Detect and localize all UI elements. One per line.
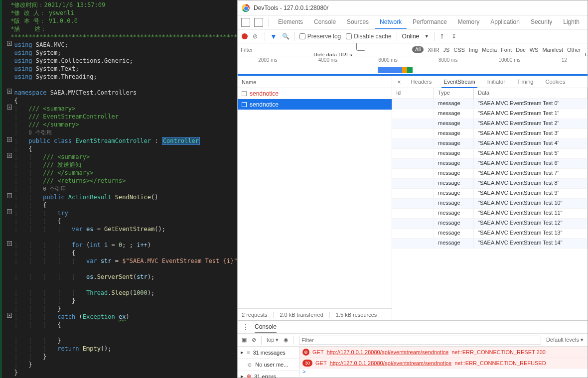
log-level-select[interactable]: Default levels ▾: [546, 337, 584, 343]
request-row[interactable]: sendnotice: [238, 99, 392, 110]
tab-elements[interactable]: Elements: [273, 15, 308, 29]
kebab-icon[interactable]: ⋮: [242, 322, 250, 332]
sidebar-toggle-icon[interactable]: ▣: [242, 337, 247, 343]
eventstream-row[interactable]: message"SAEA.MVC EventStream Test 10": [392, 199, 588, 209]
eventstream-row[interactable]: message"SAEA.MVC EventStream Test 1": [392, 109, 588, 119]
tab-sources[interactable]: Sources: [342, 15, 374, 29]
comment-line: *修 改 人： yswenli: [0, 9, 237, 17]
chevron-down-icon[interactable]: ▼: [424, 33, 429, 39]
inspect-icon[interactable]: [241, 18, 250, 27]
reference-count: 0 个引用: [28, 129, 51, 136]
console-messages: ⊗GET http://127.0.0.1:28080/api/eventstr…: [299, 347, 588, 378]
fold-icon[interactable]: -: [7, 89, 12, 94]
reference-count: 0 个引用: [43, 186, 66, 192]
hide-data-urls-checkbox[interactable]: Hide data URLs: [313, 43, 408, 56]
clear-console-icon[interactable]: ⊘: [252, 337, 256, 343]
filter-type[interactable]: Font: [501, 47, 512, 53]
network-timeline[interactable]: 2000 ms 4000 ms 6000 ms 8000 ms 10000 ms…: [238, 56, 588, 76]
tab-application[interactable]: Application: [485, 15, 525, 29]
filter-type[interactable]: Other: [567, 47, 581, 53]
record-icon[interactable]: [242, 33, 248, 39]
filter-type[interactable]: CSS: [453, 47, 465, 53]
context-select[interactable]: top ▾: [267, 337, 279, 343]
upload-icon[interactable]: ↥: [440, 33, 446, 40]
eventstream-row[interactable]: message"SAEA.MVC EventStream Test 3": [392, 129, 588, 139]
disable-cache-checkbox[interactable]: Disable cache: [346, 33, 391, 40]
detail-tab-headers[interactable]: Headers: [409, 76, 434, 88]
fold-icon[interactable]: -: [7, 41, 12, 46]
detail-tab-timing[interactable]: Timing: [515, 76, 536, 88]
error-url[interactable]: http://127.0.0.1:28080/api/eventstream/s…: [330, 360, 452, 366]
tab-memory[interactable]: Memory: [453, 15, 484, 29]
fold-icon[interactable]: -: [7, 209, 12, 214]
tab-performance[interactable]: Performance: [408, 15, 452, 29]
console-sidebar: ▸ ≡ 31 messages ☺ No user me... ▸ ⊗ 31 e…: [238, 347, 299, 378]
detail-tab-initiator[interactable]: Initiator: [485, 76, 507, 88]
eye-icon[interactable]: ◉: [284, 337, 289, 343]
eventstream-row[interactable]: message"SAEA.MVC EventStream Test 2": [392, 119, 588, 129]
eventstream-row[interactable]: message"SAEA.MVC EventStream Test 13": [392, 229, 588, 239]
filter-type[interactable]: XHR: [428, 47, 439, 53]
filter-type[interactable]: WS: [530, 47, 539, 53]
console-error-row[interactable]: 30GET http://127.0.0.1:28080/api/eventst…: [299, 358, 588, 369]
filter-type[interactable]: JS: [443, 47, 449, 53]
filter-input[interactable]: [241, 45, 309, 54]
console-prompt[interactable]: >: [299, 369, 588, 375]
detail-tab-eventstream[interactable]: EventStream: [441, 76, 477, 88]
tab-network[interactable]: Network: [375, 15, 407, 29]
console-tab[interactable]: Console: [255, 321, 277, 333]
code-editor[interactable]: *修改时间：2021/1/6 13:57:09 *修 改 人： yswenli …: [0, 0, 237, 378]
sidebar-user[interactable]: ☺ No user me...: [238, 359, 299, 371]
fold-icon[interactable]: -: [7, 153, 12, 158]
console-filter-input[interactable]: [299, 336, 541, 345]
tab-console[interactable]: Console: [309, 15, 341, 29]
filter-type[interactable]: Doc: [516, 47, 526, 53]
tab-lighthouse[interactable]: Lighth: [558, 15, 585, 29]
using-line: using System.Collections.Generic;: [0, 57, 237, 65]
eventstream-row[interactable]: message"SAEA.MVC EventStream Test 14": [392, 239, 588, 249]
tab-security[interactable]: Security: [526, 15, 557, 29]
filter-type[interactable]: Img: [469, 47, 478, 53]
eventstream-row[interactable]: message"SAEA.MVC EventStream Test 11": [392, 209, 588, 219]
close-icon[interactable]: ×: [397, 78, 401, 86]
eventstream-row[interactable]: message"SAEA.MVC EventStream Test 9": [392, 189, 588, 199]
eventstream-row[interactable]: message"SAEA.MVC EventStream Test 12": [392, 219, 588, 229]
error-url[interactable]: http://127.0.0.1:28080/api/eventstream/s…: [327, 349, 449, 355]
devtools-window: DevTools - 127.0.0.1:28080/ Elements Con…: [237, 0, 588, 378]
download-icon[interactable]: ↧: [451, 33, 458, 40]
eventstream-row[interactable]: message"SAEA.MVC EventStream Test 4": [392, 139, 588, 149]
devtools-main-tabs: Elements Console Sources Network Perform…: [238, 15, 588, 29]
has-blocked-checkbox[interactable]: Has: [585, 43, 588, 56]
console-error-row[interactable]: ⊗GET http://127.0.0.1:28080/api/eventstr…: [299, 347, 588, 358]
fold-icon[interactable]: -: [7, 241, 12, 246]
sidebar-errors[interactable]: ▸ ⊗ 31 errors: [238, 371, 299, 378]
filter-type[interactable]: Manifest: [542, 47, 563, 53]
request-row[interactable]: sendnotice: [238, 88, 392, 99]
eventstream-row[interactable]: message"SAEA.MVC EventStream Test 5": [392, 149, 588, 159]
search-icon[interactable]: 🔍: [282, 33, 289, 40]
clear-icon[interactable]: ⊘: [253, 33, 260, 40]
fold-icon[interactable]: -: [7, 193, 12, 198]
eventstream-header: Id Type Data: [392, 88, 588, 99]
comment-line: *版 本 号： V1.0.0.0: [0, 17, 237, 25]
request-detail: × Headers EventStream Initiator Timing C…: [392, 76, 588, 320]
fold-icon[interactable]: -: [7, 313, 12, 318]
sidebar-messages[interactable]: ▸ ≡ 31 messages: [238, 347, 299, 359]
filter-type[interactable]: Media: [482, 47, 497, 53]
column-header-name[interactable]: Name: [238, 76, 392, 88]
eventstream-row[interactable]: message"SAEA.MVC EventStream Test 7": [392, 169, 588, 179]
comment-line: *描 述：: [0, 25, 237, 33]
preserve-log-checkbox[interactable]: Preserve log: [299, 33, 341, 40]
throttle-select[interactable]: Online: [402, 33, 420, 40]
filter-icon[interactable]: ▼: [270, 32, 277, 40]
eventstream-row[interactable]: message"SAEA.MVC EventStream Test 6": [392, 159, 588, 169]
detail-tab-cookies[interactable]: Cookies: [543, 76, 567, 88]
device-icon[interactable]: [254, 18, 263, 27]
eventstream-row[interactable]: message"SAEA.MVC EventStream Test 0": [392, 99, 588, 109]
fold-icon[interactable]: -: [7, 137, 12, 142]
eventstream-row[interactable]: message"SAEA.MVC EventStream Test 8": [392, 179, 588, 189]
filter-all[interactable]: All: [412, 46, 424, 53]
devtools-titlebar[interactable]: DevTools - 127.0.0.1:28080/: [238, 0, 588, 15]
fold-icon[interactable]: -: [7, 105, 12, 110]
eventstream-rows: message"SAEA.MVC EventStream Test 0"mess…: [392, 99, 588, 249]
